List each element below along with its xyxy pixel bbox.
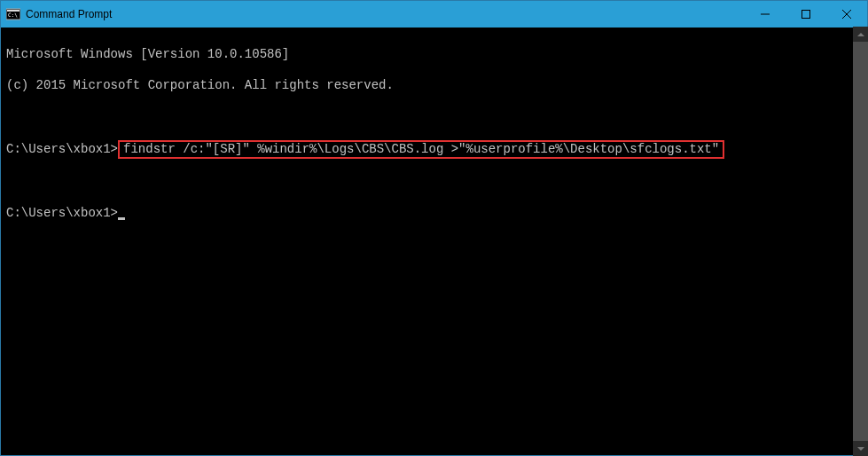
close-button[interactable] <box>826 1 867 28</box>
scrollbar-up-arrow[interactable] <box>853 27 868 42</box>
copyright-line: (c) 2015 Microsoft Corporation. All righ… <box>6 78 862 94</box>
window-title: Command Prompt <box>26 8 745 20</box>
version-line: Microsoft Windows [Version 10.0.10586] <box>6 47 862 63</box>
terminal-output[interactable]: Microsoft Windows [Version 10.0.10586] (… <box>1 28 867 455</box>
cursor <box>118 217 125 220</box>
blank-line <box>6 109 862 125</box>
scrollbar-down-arrow[interactable] <box>853 441 868 456</box>
command-line-1: C:\Users\xbox1>findstr /c:"[SR]" %windir… <box>6 140 862 160</box>
svg-rect-4 <box>802 11 810 19</box>
command-prompt-window: C:\ Command Prompt Microsoft Windows [Ve… <box>0 0 868 456</box>
title-bar[interactable]: C:\ Command Prompt <box>1 1 867 28</box>
blank-line-2 <box>6 175 862 191</box>
svg-marker-7 <box>857 33 864 36</box>
prompt-text: C:\Users\xbox1> <box>6 142 118 156</box>
svg-text:C:\: C:\ <box>8 12 18 18</box>
highlighted-command: findstr /c:"[SR]" %windir%\Logs\CBS\CBS.… <box>118 140 724 160</box>
window-controls <box>745 1 867 28</box>
vertical-scrollbar[interactable] <box>853 27 868 456</box>
maximize-button[interactable] <box>786 1 826 28</box>
cmd-icon: C:\ <box>6 7 20 21</box>
svg-marker-8 <box>857 447 864 451</box>
prompt-text-2: C:\Users\xbox1> <box>6 206 118 220</box>
command-line-2: C:\Users\xbox1> <box>6 206 862 222</box>
minimize-button[interactable] <box>745 1 786 28</box>
scrollbar-thumb[interactable] <box>853 42 868 441</box>
